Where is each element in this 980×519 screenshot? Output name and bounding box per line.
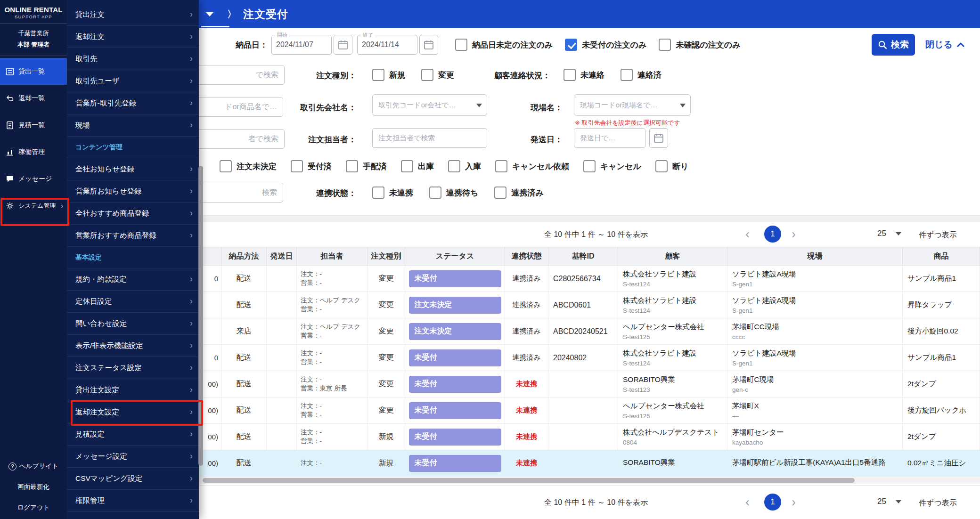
- page-number-button[interactable]: 1: [764, 226, 781, 243]
- checkbox-box[interactable]: [448, 160, 460, 172]
- refresh-screen-link[interactable]: 画面最新化: [0, 477, 67, 497]
- checkbox-box[interactable]: [421, 69, 433, 81]
- per-page-select[interactable]: 25: [877, 229, 901, 238]
- table-row[interactable]: 00) 配送 注文：-営業：東京 所長 変更 未受付 未連携 SORABITO興…: [199, 371, 980, 397]
- submenu-item-estimate-setting[interactable]: 見積設定: [67, 423, 199, 446]
- submenu-item-office-notice[interactable]: 営業所お知らせ登録: [67, 180, 199, 203]
- checkbox-status-cancel[interactable]: キャンセル: [583, 160, 641, 172]
- site-name-select[interactable]: 現場コードor現場名で…: [574, 94, 691, 116]
- ship-date-calendar-button[interactable]: [649, 128, 668, 148]
- submenu-item-office-partner[interactable]: 営業所-取引先登録: [67, 92, 199, 114]
- prev-page-button[interactable]: ‹: [745, 227, 750, 241]
- checkbox-box[interactable]: [495, 160, 507, 172]
- submenu-item-message-setting[interactable]: メッセージ設定: [67, 446, 199, 468]
- checkbox-status-cancel-request[interactable]: キャンセル依頼: [495, 160, 569, 172]
- calendar-start-button[interactable]: [334, 35, 352, 55]
- checkbox-box[interactable]: [564, 69, 576, 81]
- calendar-end-button[interactable]: [419, 35, 438, 55]
- submenu-item-visibility-setting[interactable]: 表示/非表示機能設定: [67, 335, 199, 357]
- submenu-item-return-order-setting[interactable]: 返却注文設定: [67, 401, 199, 423]
- checkbox-status-arranged[interactable]: 手配済: [346, 160, 387, 172]
- sidebar-item-rental-list[interactable]: 貸出一覧: [0, 58, 67, 85]
- checkbox-box[interactable]: [583, 160, 596, 172]
- checkbox-link-none[interactable]: 未連携: [372, 187, 413, 199]
- prev-page-button[interactable]: ‹: [745, 495, 750, 509]
- submenu-item-site[interactable]: 現場: [67, 114, 199, 137]
- checkbox-new[interactable]: 新規: [372, 69, 405, 81]
- submenu-item-rental-order[interactable]: 貸出注文: [67, 4, 199, 26]
- table-row[interactable]: 来店 注文：ヘルプ デスク営業：- 変更 注文未決定 連携済み ABCD2024…: [199, 318, 980, 345]
- checkbox-box[interactable]: [494, 187, 506, 199]
- submenu-item-partner-user[interactable]: 取引先ユーザ: [67, 70, 199, 92]
- checkbox-change[interactable]: 変更: [421, 69, 454, 81]
- delivery-date-start-input[interactable]: 開始 2024/11/07: [271, 35, 332, 55]
- sidebar-item-estimate-list[interactable]: 見積一覧: [0, 112, 67, 138]
- submenu-item-inquiry-setting[interactable]: 問い合わせ設定: [67, 313, 199, 335]
- sidebar-item-return-list[interactable]: 返却一覧: [0, 85, 67, 112]
- checkbox-contacted[interactable]: 連絡済: [621, 69, 662, 81]
- product-cell: 昇降タラップ: [903, 292, 980, 318]
- checkbox-box[interactable]: [291, 160, 303, 172]
- table-row[interactable]: 配送 注文：ヘルプ デスク営業：- 変更 注文未決定 連携済み ABCD0601…: [199, 292, 980, 318]
- product-cell: サンプル商品1: [903, 266, 980, 292]
- checkbox-status-undecided[interactable]: 注文未決定: [220, 160, 277, 172]
- checkbox-box[interactable]: [372, 187, 384, 199]
- submenu-item-csv-mapping-setting[interactable]: CSVマッピング設定: [67, 468, 199, 490]
- checkbox-box[interactable]: [346, 160, 358, 172]
- close-filter-link[interactable]: 閉じる: [925, 34, 965, 56]
- checkbox-box-checked[interactable]: [565, 39, 577, 51]
- submenu-item-order-status-setting[interactable]: 注文ステータス設定: [67, 357, 199, 379]
- ship-date-input[interactable]: 発送日で…: [574, 128, 645, 148]
- checkbox-status-accepted[interactable]: 受付済: [291, 160, 332, 172]
- submenu-item-company-notice[interactable]: 全社お知らせ登録: [67, 158, 199, 180]
- submenu-item-office-recommend[interactable]: 営業所おすすめ商品登録: [67, 225, 199, 247]
- link-state-label: 連携状態：: [283, 188, 356, 199]
- checkbox-link-waiting[interactable]: 連携待ち: [429, 187, 478, 199]
- checkbox-box[interactable]: [655, 160, 668, 172]
- submenu-item-return-order[interactable]: 返却注文: [67, 26, 199, 48]
- checkbox-unconfirmed-only[interactable]: 未確認の注文のみ: [659, 39, 740, 51]
- site-select-note: ※ 取引先会社を設定後に選択可能です: [575, 119, 680, 127]
- checkbox-status-shipped[interactable]: 出庫: [401, 160, 434, 172]
- submenu-item-rental-order-setting[interactable]: 貸出注文設定: [67, 379, 199, 401]
- table-row[interactable]: 0 配送 注文：-営業：- 変更 未受付 連携済み 20240802 株式会社ソ…: [199, 345, 980, 371]
- partner-company-select[interactable]: 取引先コードor会社で…: [372, 94, 487, 116]
- checkbox-box[interactable]: [220, 160, 232, 172]
- sidebar-item-operation-mgmt[interactable]: 稼働管理: [0, 138, 67, 165]
- search-button[interactable]: 検索: [872, 34, 915, 56]
- delivery-date-end-input[interactable]: 終了 2024/11/14: [357, 35, 417, 55]
- table-row[interactable]: 00) 配送 注文：-営業：- 新規 未受付 未連携 株式会社ヘルプデスクテスト…: [199, 424, 980, 450]
- table-row-highlighted[interactable]: 00) 配送 注文：- 新規 未受付 未連携 SORABITO興業 茅場町駅前ビ…: [199, 450, 980, 477]
- logout-link[interactable]: ログアウト: [0, 497, 67, 518]
- submenu-item-partner[interactable]: 取引先: [67, 48, 199, 70]
- checkbox-link-done[interactable]: 連携済み: [494, 187, 543, 199]
- table-row[interactable]: 00) 配送 注文：-営業：- 変更 未受付 未連携 ヘルプセンター株式会社S-…: [199, 397, 980, 424]
- submenu-scrollbar-thumb[interactable]: [198, 166, 203, 466]
- checkbox-box[interactable]: [455, 39, 467, 51]
- checkbox-box[interactable]: [429, 187, 441, 199]
- per-page-select[interactable]: 25: [877, 497, 901, 506]
- submenu-item-permission-setting[interactable]: 権限管理: [67, 490, 199, 512]
- submenu-item-holiday-setting[interactable]: 定休日設定: [67, 291, 199, 313]
- checkbox-status-refused[interactable]: 断り: [655, 160, 688, 172]
- horizontal-scrollbar-thumb[interactable]: [203, 478, 855, 483]
- submenu-item-company-recommend[interactable]: 全社おすすめ商品登録: [67, 203, 199, 225]
- sidebar-item-system-mgmt[interactable]: システム管理: [0, 192, 67, 219]
- table-row[interactable]: 0 配送 注文：-営業：- 変更 未受付 連携済み C2802566734 株式…: [199, 266, 980, 292]
- next-page-button[interactable]: ›: [792, 495, 796, 509]
- checkbox-box[interactable]: [659, 39, 671, 51]
- submenu-item-terms-setting[interactable]: 規約・約款設定: [67, 268, 199, 291]
- link-state-cell: 連携済み: [505, 292, 548, 318]
- next-page-button[interactable]: ›: [792, 227, 796, 241]
- checkbox-box[interactable]: [372, 69, 384, 81]
- checkbox-no-delivery-date[interactable]: 納品日未定の注文のみ: [455, 39, 553, 51]
- help-site-link[interactable]: ? ヘルプサイト: [0, 456, 67, 477]
- order-staff-input[interactable]: 注文担当者で検索: [372, 128, 487, 148]
- checkbox-box[interactable]: [621, 69, 633, 81]
- page-number-button[interactable]: 1: [764, 494, 781, 511]
- checkbox-not-contacted[interactable]: 未連絡: [564, 69, 604, 81]
- checkbox-unaccepted-only[interactable]: 未受付の注文のみ: [565, 39, 646, 51]
- sidebar-item-message[interactable]: メッセージ: [0, 165, 67, 192]
- checkbox-status-received[interactable]: 入庫: [448, 160, 481, 172]
- checkbox-box[interactable]: [401, 160, 413, 172]
